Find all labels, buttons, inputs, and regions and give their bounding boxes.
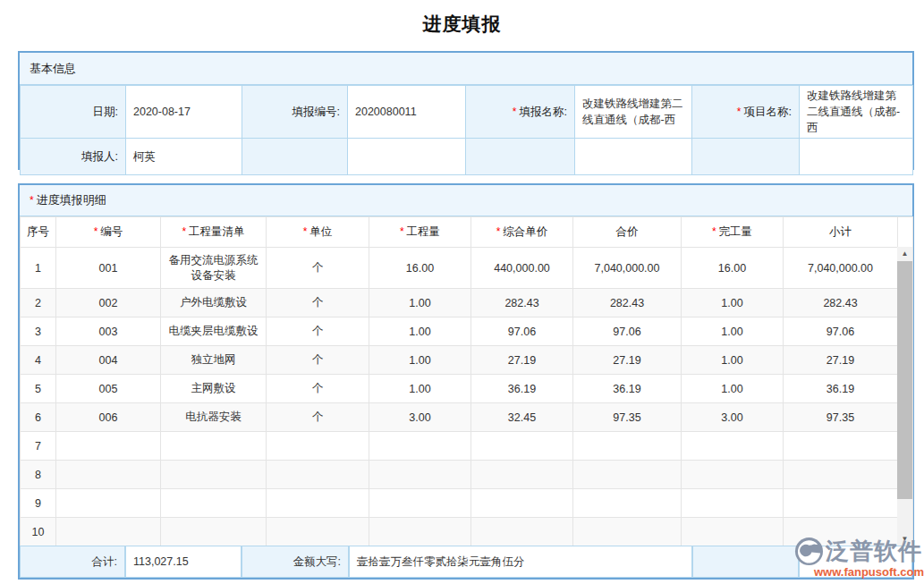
reporter-value: 柯英: [126, 139, 242, 175]
scrollbar-thumb[interactable]: [897, 261, 912, 499]
cell-done: 1.00: [682, 289, 784, 317]
cell-qty: 1.00: [369, 289, 471, 317]
empty-cell: [692, 546, 799, 578]
cell-code: 004: [56, 346, 161, 375]
required-mark: *: [737, 106, 742, 118]
cell-code: 003: [56, 317, 161, 346]
details-section-header: * 进度填报明细: [20, 185, 912, 216]
fanpu-logo-icon: [794, 537, 824, 566]
table-row: 4 004 独立地网 个 1.00 27.19 27.19 1.00 27.19: [21, 346, 913, 375]
project-name-label-text: 项目名称:: [744, 106, 792, 118]
cell-code: 005: [56, 375, 161, 403]
date-value: 2020-08-17: [126, 86, 242, 139]
cell-amount: 97.35: [573, 403, 682, 432]
cell-no: 8: [21, 461, 56, 489]
cell-code: 002: [56, 289, 161, 317]
cell-done: [682, 432, 784, 461]
cell-price: 27.19: [471, 346, 573, 375]
empty-cell: [692, 139, 800, 175]
amount-words-label: 金额大写:: [242, 546, 349, 578]
cell-unit: 个: [267, 375, 369, 403]
vertical-scrollbar[interactable]: ▲ ▼: [897, 247, 912, 546]
basic-info-panel: 基本信息 日期: 2020-08-17 填报编号: 2020080011 *填报…: [18, 51, 914, 170]
cell-no: 1: [21, 248, 56, 289]
amount-words-value: 壹拾壹万叁仟零贰拾柒元壹角伍分: [349, 546, 692, 578]
cell-subtotal: 97.06: [784, 317, 898, 346]
cell-amount: 36.19: [573, 375, 682, 403]
table-row: 10: [21, 518, 913, 546]
cell-subtotal: 36.19: [784, 375, 898, 403]
cell-qty: 1.00: [369, 346, 471, 375]
col-header-unit-price: *综合单价: [471, 217, 573, 248]
cell-qty: 1.00: [369, 317, 471, 346]
cell-done: [682, 461, 784, 489]
cell-code: [56, 432, 161, 461]
cell-price: [471, 432, 573, 461]
empty-cell: [575, 139, 692, 175]
cell-qty: 3.00: [369, 403, 471, 432]
cell-amount: [573, 489, 682, 518]
cell-code: [56, 489, 161, 518]
report-name-label-text: 填报名称:: [520, 106, 567, 118]
required-mark: *: [712, 225, 716, 238]
cell-subtotal: [784, 432, 898, 461]
reporter-label: 填报人:: [21, 139, 126, 175]
empty-cell: [800, 139, 913, 175]
required-mark: *: [94, 225, 98, 238]
cell-done: 1.00: [682, 317, 784, 346]
col-header-subtotal: 小计: [784, 217, 898, 248]
scroll-up-button[interactable]: ▲: [897, 247, 912, 260]
col-label: 完工量: [719, 225, 753, 238]
cell-price: 32.45: [471, 403, 573, 432]
required-mark: *: [496, 225, 501, 238]
col-label: 工程量清单: [189, 225, 245, 238]
cell-subtotal: 7,040,000.00: [784, 248, 898, 289]
cell-qty: [369, 461, 471, 489]
basic-info-table: 日期: 2020-08-17 填报编号: 2020080011 *填报名称: 改…: [20, 85, 913, 175]
required-mark: *: [303, 225, 308, 238]
cell-qty: [369, 432, 471, 461]
cell-qty: [369, 489, 471, 518]
cell-amount: 282.43: [573, 289, 682, 317]
total-label: 合计:: [20, 546, 125, 578]
cell-price: 440,000.00: [471, 248, 573, 289]
col-header-qty: *工程量: [369, 217, 471, 248]
page-title: 进度填报: [0, 0, 924, 37]
cell-done: 1.00: [682, 346, 784, 375]
cell-no: 7: [21, 432, 56, 461]
cell-unit: [267, 461, 369, 489]
cell-name: 户外电缆敷设: [161, 289, 267, 317]
cell-name: [161, 518, 267, 546]
cell-code: [56, 518, 161, 546]
cell-qty: [369, 518, 471, 546]
cell-unit: 个: [267, 248, 369, 289]
cell-name: [161, 432, 267, 461]
cell-amount: 27.19: [573, 346, 682, 375]
col-label: 单位: [309, 225, 332, 238]
cell-unit: [267, 518, 369, 546]
empty-cell: [242, 139, 348, 175]
table-row: 9: [21, 489, 913, 518]
cell-name: 独立地网: [161, 346, 267, 375]
table-row: 1 001 备用交流电源系统设备安装 个 16.00 440,000.00 7,…: [21, 248, 913, 289]
table-row: 2 002 户外电缆敷设 个 1.00 282.43 282.43 1.00 2…: [21, 289, 913, 317]
scroll-up-icon: ▲: [902, 250, 909, 258]
cell-done: [682, 518, 784, 546]
required-mark: *: [400, 225, 404, 238]
col-header-no: 序号: [21, 217, 56, 248]
basic-info-section-header: 基本信息: [20, 53, 912, 85]
col-header-amount: 合价: [573, 217, 682, 248]
table-row: 7: [21, 432, 913, 461]
scrollbar-gutter: [898, 217, 913, 248]
cell-price: [471, 489, 573, 518]
col-header-code: *编号: [56, 217, 161, 248]
cell-amount: [573, 518, 682, 546]
col-label: 合价: [616, 225, 639, 238]
report-no-label: 填报编号:: [242, 86, 348, 139]
table-row: 5 005 主网敷设 个 1.00 36.19 36.19 1.00 36.19: [21, 375, 913, 403]
cell-subtotal: [784, 489, 898, 518]
col-header-done-qty: *完工量: [682, 217, 784, 248]
table-row: 6 006 电抗器安装 个 3.00 32.45 97.35 3.00 97.3…: [21, 403, 913, 432]
basic-info-section-title: 基本信息: [30, 61, 76, 77]
col-label: 序号: [27, 225, 49, 238]
